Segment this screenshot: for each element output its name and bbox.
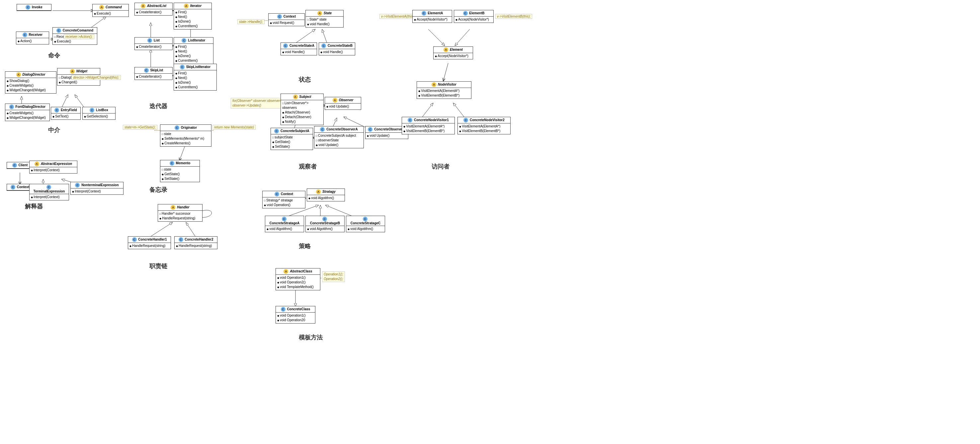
context-state-box: C Context void Request() <box>268 13 305 26</box>
concrete-observer-a-box: C ConcreteObserverA ConcreteSubjectA sub… <box>314 126 364 148</box>
visit-a-label: v->VisitElementA(this); <box>379 14 416 19</box>
list-iterator-box: C ListIterator First() Next() IsDone() C… <box>173 37 213 64</box>
invoke-box: C Invoke <box>17 4 51 11</box>
abstract-expression-box: A AbstractExpression Interpret(Context) <box>29 161 77 174</box>
abstract-class-box: A AbstractClass void Operation1() void O… <box>275 268 320 290</box>
iterator-box: A Iterator First() Next() IsDone() Curre… <box>173 3 212 30</box>
section-interpreter: 解释器 <box>25 202 43 210</box>
concrete-node-visitor1-box: C ConcreteNodeVisitor1 VisitElementA(Ele… <box>402 117 455 135</box>
context-strategy-box: C Context Stratogy* stratage void Operat… <box>262 191 305 208</box>
section-chain: 职责链 <box>150 262 167 270</box>
section-strategy: 策略 <box>299 242 311 250</box>
section-template: 模板方法 <box>299 333 323 341</box>
section-visitor: 访问者 <box>431 163 450 171</box>
command-badge: A <box>99 5 104 10</box>
svg-line-48 <box>443 63 448 81</box>
element-abstract-box: A Element Accept(NodeVisitor*) <box>433 46 473 59</box>
svg-line-50 <box>453 103 465 118</box>
state-abstract-box: A State State* state void Handle() <box>305 10 344 27</box>
node-visitor-box: A NodeVisitor VisitElementA(ElementA*) V… <box>417 81 471 99</box>
svg-line-33 <box>322 29 327 43</box>
abstract-list-box: A AbstractList CreateIterator() <box>134 3 173 16</box>
memento-box: C Memento state GetState() SetState() <box>160 160 200 182</box>
concrete-state-b-box: C ConcreteStateB void Handle() <box>319 43 355 56</box>
subject-box: A Subject List<Observer*> observers Atta… <box>280 94 324 125</box>
concrete-stratage-b-box: C ConcreteStratageB void Algotithm() <box>305 216 345 232</box>
svg-line-46 <box>428 29 445 46</box>
concrete-state-a-box: C ConcreteStateA void Handle() <box>280 43 317 56</box>
section-command: 命令 <box>48 51 60 59</box>
section-mediator: 中介 <box>48 126 60 134</box>
concrete-class-box: C ConcreteClass void Operation1() void O… <box>275 306 315 323</box>
terminal-expression-box: C TerminalExpression Interpret(Context) <box>29 184 69 200</box>
invoke-name: Invoke <box>32 5 43 9</box>
concrete-stratage-a-box: C ConcreteStratageA void Algotithm() <box>265 216 304 232</box>
arrows-svg <box>0 0 980 444</box>
director-widget-label: director->WidgetChanged(this); <box>72 75 121 80</box>
observer-box: A Observer void Update() <box>325 97 361 110</box>
visit-b-label: v->VisitElementB(this); <box>495 14 532 19</box>
concrete-subject-a-box: C ConcreteSubjectA subjectState GetState… <box>270 128 313 150</box>
originator-box: C Originator state SetMemento(Memento* m… <box>160 124 212 147</box>
return-memento-label: return new Memento(state) <box>212 125 256 130</box>
font-dialog-director-box: C FontDialogDirector CreateWidgets() Wid… <box>5 103 50 121</box>
receiver-action-label: receiver->Action(); <box>64 34 94 39</box>
observer-update-label: for(Observer* observer:observers) observ… <box>231 98 285 108</box>
invoke-badge: C <box>25 5 30 10</box>
section-iterator: 迭代器 <box>150 102 167 110</box>
strategy-abstract-box: A Stratagy void Algotithm() <box>307 189 345 201</box>
command-box: A Command Execute() <box>92 4 129 17</box>
list-box-box: C ListBox GetSelection() <box>82 107 116 120</box>
element-b-box: C ElementB Accept(NodeVisitor*) <box>454 10 494 23</box>
concrete-node-visitor2-box: C ConcreteNodeVisitor2 VisitElementA(Ele… <box>457 117 511 135</box>
section-memento: 备忘录 <box>150 186 167 194</box>
command-name: Command <box>105 5 122 9</box>
entry-field-box: C EntryField SetText() <box>51 107 81 120</box>
section-observer: 观察者 <box>299 163 317 171</box>
nonterminal-expression-box: C NonterminalExpression Interpret(Contex… <box>70 182 124 195</box>
section-state: 状态 <box>299 76 311 84</box>
svg-line-47 <box>455 29 470 46</box>
skip-list-iterator-box: C SkipListIterator First() Next() IsDone… <box>173 64 217 90</box>
receiver-box: C Receiver Action() <box>16 32 49 44</box>
element-a-box: C ElementA Accept(NodeVisitor*) <box>412 10 452 23</box>
handler-box: A Handler Handler* successor HandleReque… <box>158 204 202 222</box>
operation-call-label: Operation1(); Operation2(); <box>322 271 345 282</box>
svg-line-25 <box>186 222 196 237</box>
concrete-handler2-box: C ConcreteHandler2 HandleRequest(string) <box>174 236 218 249</box>
concrete-handler1-box: C ConcreteHandler1 HandleRequest(string) <box>128 236 171 249</box>
svg-line-12 <box>61 95 68 108</box>
svg-line-24 <box>150 222 173 237</box>
state-handle-label: state->Handle(); <box>237 19 264 24</box>
svg-line-32 <box>296 29 315 43</box>
main-canvas: C Invoke A Command Execute() C ConcreteC… <box>0 0 980 444</box>
concrete-stratage-c-box: C ConcreteStratageC void Algotithm() <box>346 216 385 232</box>
svg-line-49 <box>422 103 433 118</box>
state-get-label: state=m->GetState(); <box>123 125 158 130</box>
svg-line-13 <box>75 95 85 108</box>
dialog-director-box: A DialogDirector ShowDialog() CreateWidg… <box>5 71 56 94</box>
skip-list-box: C SkipList CreateIterator() <box>134 67 173 80</box>
list-class-box: C List CreateIterator() <box>134 37 173 50</box>
